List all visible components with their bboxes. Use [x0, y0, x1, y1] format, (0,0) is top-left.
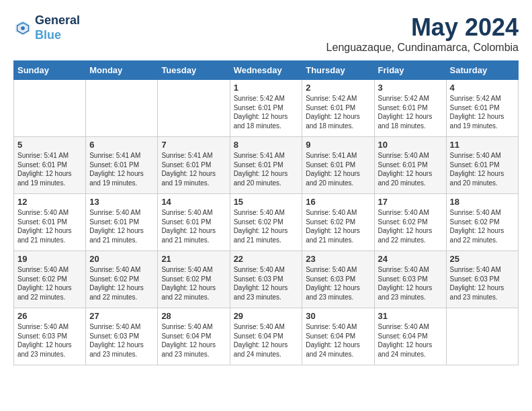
day-info: Sunrise: 5:40 AM Sunset: 6:01 PM Dayligh…: [17, 208, 82, 244]
day-number: 2: [306, 83, 370, 93]
day-info: Sunrise: 5:42 AM Sunset: 6:01 PM Dayligh…: [234, 94, 299, 130]
title-block: May 2024 Lenguazaque, Cundinamarca, Colo…: [326, 13, 519, 54]
week-row-4: 19Sunrise: 5:40 AM Sunset: 6:02 PM Dayli…: [14, 251, 519, 308]
day-info: Sunrise: 5:41 AM Sunset: 6:01 PM Dayligh…: [234, 151, 299, 187]
weekday-header-saturday: Saturday: [446, 61, 518, 80]
logo-line1: General: [35, 13, 80, 28]
week-row-2: 5Sunrise: 5:41 AM Sunset: 6:01 PM Daylig…: [14, 137, 519, 194]
day-info: Sunrise: 5:41 AM Sunset: 6:01 PM Dayligh…: [161, 151, 226, 187]
day-number: 7: [161, 140, 226, 150]
calendar-cell: 6Sunrise: 5:41 AM Sunset: 6:01 PM Daylig…: [86, 137, 158, 194]
calendar-cell: 12Sunrise: 5:40 AM Sunset: 6:01 PM Dayli…: [14, 194, 86, 251]
day-number: 17: [378, 197, 443, 207]
day-number: 27: [89, 311, 154, 321]
weekday-header-friday: Friday: [374, 61, 446, 80]
day-number: 13: [89, 197, 154, 207]
calendar-cell: 16Sunrise: 5:40 AM Sunset: 6:02 PM Dayli…: [302, 194, 374, 251]
day-info: Sunrise: 5:41 AM Sunset: 6:01 PM Dayligh…: [17, 151, 82, 187]
month-title: May 2024: [326, 13, 519, 42]
calendar-cell: [86, 80, 158, 137]
day-info: Sunrise: 5:42 AM Sunset: 6:01 PM Dayligh…: [450, 94, 515, 130]
calendar-cell: 29Sunrise: 5:40 AM Sunset: 6:04 PM Dayli…: [230, 308, 302, 365]
calendar-cell: 19Sunrise: 5:40 AM Sunset: 6:02 PM Dayli…: [14, 251, 86, 308]
day-number: 20: [89, 254, 154, 264]
weekday-header-row: SundayMondayTuesdayWednesdayThursdayFrid…: [14, 61, 519, 80]
day-number: 3: [378, 83, 443, 93]
day-info: Sunrise: 5:40 AM Sunset: 6:04 PM Dayligh…: [234, 322, 299, 359]
day-info: Sunrise: 5:40 AM Sunset: 6:02 PM Dayligh…: [234, 208, 299, 244]
day-number: 14: [161, 197, 226, 207]
calendar-cell: [446, 308, 518, 365]
calendar-cell: 26Sunrise: 5:40 AM Sunset: 6:03 PM Dayli…: [14, 308, 86, 365]
calendar-cell: 21Sunrise: 5:40 AM Sunset: 6:02 PM Dayli…: [158, 251, 230, 308]
calendar-cell: 4Sunrise: 5:42 AM Sunset: 6:01 PM Daylig…: [446, 80, 518, 137]
day-number: 16: [306, 197, 370, 207]
day-number: 12: [17, 197, 82, 207]
svg-point-2: [21, 26, 25, 30]
day-info: Sunrise: 5:40 AM Sunset: 6:03 PM Dayligh…: [450, 265, 515, 302]
logo: General Blue: [13, 13, 80, 42]
day-info: Sunrise: 5:40 AM Sunset: 6:01 PM Dayligh…: [161, 208, 226, 244]
calendar-cell: [158, 80, 230, 137]
calendar-cell: 9Sunrise: 5:41 AM Sunset: 6:01 PM Daylig…: [302, 137, 374, 194]
weekday-header-thursday: Thursday: [302, 61, 374, 80]
day-info: Sunrise: 5:41 AM Sunset: 6:01 PM Dayligh…: [89, 151, 154, 187]
week-row-3: 12Sunrise: 5:40 AM Sunset: 6:01 PM Dayli…: [14, 194, 519, 251]
calendar-cell: 27Sunrise: 5:40 AM Sunset: 6:03 PM Dayli…: [86, 308, 158, 365]
calendar-cell: 24Sunrise: 5:40 AM Sunset: 6:03 PM Dayli…: [374, 251, 446, 308]
day-number: 11: [450, 140, 515, 150]
calendar-cell: 25Sunrise: 5:40 AM Sunset: 6:03 PM Dayli…: [446, 251, 518, 308]
calendar-cell: 10Sunrise: 5:40 AM Sunset: 6:01 PM Dayli…: [374, 137, 446, 194]
day-number: 26: [17, 311, 82, 321]
day-number: 23: [306, 254, 370, 264]
day-info: Sunrise: 5:40 AM Sunset: 6:03 PM Dayligh…: [378, 265, 443, 302]
weekday-header-tuesday: Tuesday: [158, 61, 230, 80]
calendar-cell: 20Sunrise: 5:40 AM Sunset: 6:02 PM Dayli…: [86, 251, 158, 308]
weekday-header-monday: Monday: [86, 61, 158, 80]
day-info: Sunrise: 5:40 AM Sunset: 6:03 PM Dayligh…: [234, 265, 299, 302]
weekday-header-sunday: Sunday: [14, 61, 86, 80]
day-number: 22: [234, 254, 299, 264]
calendar-cell: [14, 80, 86, 137]
calendar-cell: 30Sunrise: 5:40 AM Sunset: 6:04 PM Dayli…: [302, 308, 374, 365]
day-info: Sunrise: 5:40 AM Sunset: 6:01 PM Dayligh…: [450, 151, 515, 187]
day-info: Sunrise: 5:40 AM Sunset: 6:01 PM Dayligh…: [89, 208, 154, 244]
day-number: 10: [378, 140, 443, 150]
day-info: Sunrise: 5:40 AM Sunset: 6:02 PM Dayligh…: [450, 208, 515, 244]
day-info: Sunrise: 5:40 AM Sunset: 6:02 PM Dayligh…: [161, 265, 226, 302]
calendar-cell: 18Sunrise: 5:40 AM Sunset: 6:02 PM Dayli…: [446, 194, 518, 251]
calendar-cell: 7Sunrise: 5:41 AM Sunset: 6:01 PM Daylig…: [158, 137, 230, 194]
day-number: 28: [161, 311, 226, 321]
day-number: 15: [234, 197, 299, 207]
day-info: Sunrise: 5:40 AM Sunset: 6:03 PM Dayligh…: [89, 322, 154, 359]
calendar-cell: 11Sunrise: 5:40 AM Sunset: 6:01 PM Dayli…: [446, 137, 518, 194]
logo-line2: Blue: [35, 28, 80, 43]
day-number: 29: [234, 311, 299, 321]
calendar-cell: 14Sunrise: 5:40 AM Sunset: 6:01 PM Dayli…: [158, 194, 230, 251]
day-info: Sunrise: 5:40 AM Sunset: 6:03 PM Dayligh…: [306, 265, 370, 302]
day-number: 5: [17, 140, 82, 150]
calendar-cell: 17Sunrise: 5:40 AM Sunset: 6:02 PM Dayli…: [374, 194, 446, 251]
day-info: Sunrise: 5:40 AM Sunset: 6:04 PM Dayligh…: [306, 322, 370, 359]
calendar-cell: 3Sunrise: 5:42 AM Sunset: 6:01 PM Daylig…: [374, 80, 446, 137]
day-number: 24: [378, 254, 443, 264]
page-header: General Blue May 2024 Lenguazaque, Cundi…: [13, 13, 519, 54]
day-number: 4: [450, 83, 515, 93]
day-number: 31: [378, 311, 443, 321]
calendar-cell: 28Sunrise: 5:40 AM Sunset: 6:04 PM Dayli…: [158, 308, 230, 365]
day-number: 1: [234, 83, 299, 93]
day-info: Sunrise: 5:40 AM Sunset: 6:02 PM Dayligh…: [306, 208, 370, 244]
calendar-cell: 13Sunrise: 5:40 AM Sunset: 6:01 PM Dayli…: [86, 194, 158, 251]
day-number: 18: [450, 197, 515, 207]
location-title: Lenguazaque, Cundinamarca, Colombia: [326, 42, 519, 54]
calendar-cell: 22Sunrise: 5:40 AM Sunset: 6:03 PM Dayli…: [230, 251, 302, 308]
day-info: Sunrise: 5:42 AM Sunset: 6:01 PM Dayligh…: [306, 94, 370, 130]
day-number: 25: [450, 254, 515, 264]
day-info: Sunrise: 5:41 AM Sunset: 6:01 PM Dayligh…: [306, 151, 370, 187]
day-number: 30: [306, 311, 370, 321]
day-info: Sunrise: 5:42 AM Sunset: 6:01 PM Dayligh…: [378, 94, 443, 130]
week-row-5: 26Sunrise: 5:40 AM Sunset: 6:03 PM Dayli…: [14, 308, 519, 365]
day-info: Sunrise: 5:40 AM Sunset: 6:03 PM Dayligh…: [17, 322, 82, 359]
day-number: 19: [17, 254, 82, 264]
day-info: Sunrise: 5:40 AM Sunset: 6:01 PM Dayligh…: [378, 151, 443, 187]
